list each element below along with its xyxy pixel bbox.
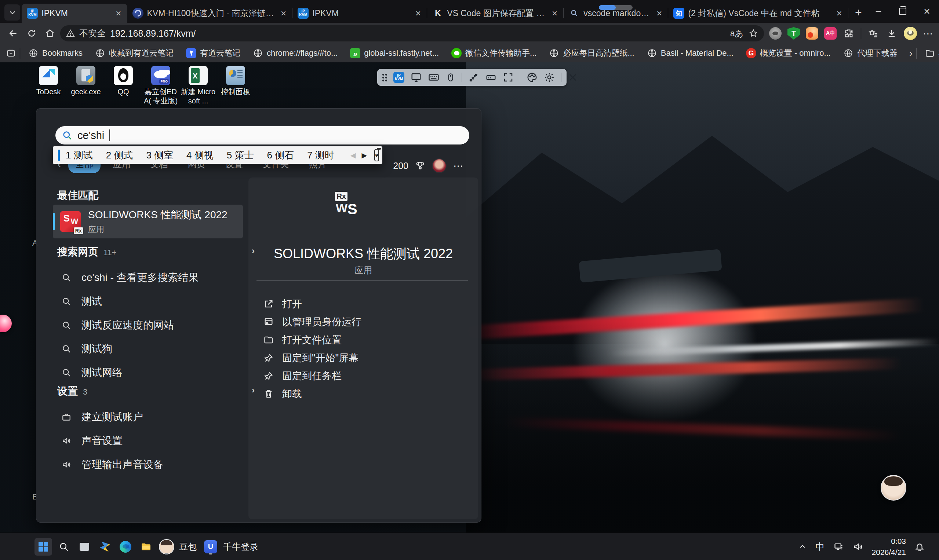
ime-candidate[interactable]: 5 策士: [227, 149, 254, 162]
doubao-app-button[interactable]: [158, 538, 176, 555]
bookmark-item[interactable]: » global-ssl.fastly.net...: [345, 46, 443, 60]
notification-bell-icon[interactable]: [915, 542, 924, 552]
translate-extension-icon[interactable]: A中: [824, 27, 837, 40]
rewards-trophy-icon[interactable]: [415, 161, 425, 171]
browser-menu-button[interactable]: ⋯: [923, 28, 934, 40]
desktop-icon-control-panel[interactable]: 控制面板: [218, 66, 253, 106]
action-uninstall[interactable]: 卸载: [263, 386, 469, 402]
reading-list-icon[interactable]: [6, 48, 16, 58]
tab-close-icon[interactable]: ×: [835, 8, 843, 19]
tab-close-icon[interactable]: ×: [279, 8, 288, 19]
gear-icon[interactable]: [544, 72, 555, 83]
extensions-puzzle-icon[interactable]: [842, 27, 855, 40]
desktop-icon-todesk[interactable]: ToDesk: [31, 66, 66, 106]
action-pin-to-taskbar[interactable]: 固定到任务栏: [263, 368, 469, 384]
tab-ipkvm-1[interactable]: IPKVM IPKVM ×: [22, 4, 127, 23]
ime-candidate[interactable]: 7 测时: [307, 149, 334, 162]
usb-icon[interactable]: [468, 72, 479, 83]
drag-handle-icon[interactable]: [382, 74, 387, 82]
tab-search-dropdown[interactable]: [5, 5, 20, 20]
tab-zhihu[interactable]: 知 (2 封私信) VsCode 中在 md 文件粘 ×: [668, 4, 848, 23]
tab-close-icon[interactable]: ×: [114, 8, 123, 19]
tab-close-icon[interactable]: ×: [550, 8, 559, 19]
action-pin-to-start[interactable]: 固定到"开始"屏幕: [263, 350, 469, 366]
qianniu-app-button[interactable]: U: [202, 538, 219, 555]
search-options-button[interactable]: ⋯: [453, 160, 464, 172]
edge-browser-button[interactable]: [117, 538, 134, 555]
best-match-result[interactable]: SWRx SOLIDWORKS 性能测试 2022 应用: [53, 205, 243, 238]
web-suggestion[interactable]: 测试: [53, 291, 244, 312]
ime-prev-page-icon[interactable]: ◀: [350, 151, 356, 160]
home-button[interactable]: [42, 25, 58, 42]
address-bar[interactable]: 不安全 192.168.89.167/kvm/ aあ: [60, 25, 764, 42]
ipkvm-logo[interactable]: IPKVM: [393, 72, 404, 83]
web-suggestion[interactable]: 测试网络: [53, 362, 244, 383]
bookmark-item[interactable]: 代理下载器: [839, 46, 902, 60]
tab-kvm-hi100[interactable]: KVM-HI100快速入门 - 南京泽链科... ×: [127, 4, 293, 23]
floating-pink-widget[interactable]: [0, 315, 12, 332]
volume-icon[interactable]: [853, 542, 863, 552]
tab-kimi[interactable]: K VS Code 图片保存配置 - Kimi ×: [427, 4, 563, 23]
orange-extension-icon[interactable]: [806, 27, 818, 40]
bookmark-item[interactable]: G 概览设置 - omniro...: [742, 46, 835, 60]
mouse-icon[interactable]: [446, 72, 455, 83]
action-open-file-location[interactable]: 打开文件位置: [263, 332, 469, 348]
close-toolbar-icon[interactable]: [567, 72, 578, 83]
clock[interactable]: 0:03 2026/4/21: [872, 536, 906, 557]
close-window-button[interactable]: ×: [915, 0, 939, 23]
monitor-icon[interactable]: [411, 72, 422, 83]
floating-assistant-avatar[interactable]: [880, 475, 907, 501]
action-run-as-admin[interactable]: 以管理员身份运行: [263, 314, 469, 330]
settings-result[interactable]: 声音设置: [53, 430, 244, 451]
web-suggestion[interactable]: 测试狗: [53, 338, 244, 359]
ime-candidate[interactable]: 3 侧室: [146, 149, 173, 162]
desktop-icon-geek[interactable]: geek.exe: [68, 66, 103, 106]
new-tab-button[interactable]: +: [851, 5, 867, 20]
action-open[interactable]: 打开: [263, 296, 469, 312]
favorite-star-icon[interactable]: [749, 29, 758, 38]
ime-mode-indicator[interactable]: 中: [816, 540, 825, 553]
tray-expand-chevron-icon[interactable]: [798, 542, 807, 551]
taskbar-app-button[interactable]: [96, 538, 114, 555]
web-suggestion[interactable]: 测试反应速度的网站: [53, 315, 244, 336]
tab-close-icon[interactable]: ×: [414, 8, 422, 19]
restore-button[interactable]: [891, 0, 915, 23]
bookmark-item[interactable]: 有道云笔记: [182, 46, 245, 60]
qianniu-label[interactable]: 千牛登录: [223, 541, 258, 553]
tampermonkey-extension-icon[interactable]: [769, 27, 782, 40]
bookmark-item[interactable]: chrome://flags/#to...: [248, 46, 342, 60]
bookmarks-overflow-chevron[interactable]: ›: [909, 48, 913, 59]
taskbar-search-button[interactable]: [55, 538, 72, 555]
refresh-button[interactable]: [23, 25, 40, 42]
tab-vscode-search[interactable]: vscode markdown.copyFiles.destin ×: [564, 4, 668, 23]
settings-result[interactable]: 管理输出声音设备: [53, 454, 244, 475]
account-avatar[interactable]: [432, 158, 447, 173]
shield-extension-icon[interactable]: T: [788, 27, 800, 40]
ime-candidate[interactable]: 2 侧式: [106, 149, 133, 162]
ime-candidate[interactable]: 4 侧视: [187, 149, 214, 162]
minimize-button[interactable]: [867, 0, 891, 23]
translate-page-button[interactable]: aあ: [730, 28, 743, 39]
expand-settings-chevron-icon[interactable]: ›: [252, 385, 254, 395]
task-view-button[interactable]: [76, 538, 93, 555]
doubao-label[interactable]: 豆包: [179, 541, 197, 553]
start-button[interactable]: [34, 538, 52, 555]
network-icon[interactable]: [834, 542, 844, 552]
collections-icon[interactable]: [867, 27, 880, 40]
ime-candidate[interactable]: 1 测试: [66, 149, 93, 162]
ime-clipboard-icon[interactable]: ♥: [374, 149, 379, 162]
bookmark-item[interactable]: 微信文件传输助手...: [447, 46, 541, 60]
bookmark-item[interactable]: Basil - Material De...: [643, 46, 738, 60]
file-explorer-button[interactable]: [137, 538, 155, 555]
tab-close-icon[interactable]: ×: [655, 8, 663, 19]
web-suggestion[interactable]: ce'shi - 查看更多搜索结果: [53, 267, 244, 288]
desktop-icon-jlceda[interactable]: 嘉立创EDA( 专业版): [143, 66, 178, 106]
tab-ipkvm-2[interactable]: IPKVM IPKVM ×: [293, 4, 427, 23]
back-button[interactable]: [5, 25, 21, 42]
ime-candidate[interactable]: 6 侧石: [267, 149, 294, 162]
kvm-remote-screen[interactable]: ToDesk geek.exe QQ 嘉立创EDA( 专业版) 新建 Micro…: [0, 62, 939, 560]
downloads-icon[interactable]: [885, 27, 898, 40]
browser-profile-avatar[interactable]: [904, 27, 917, 40]
bookmark-item[interactable]: Bookmarks: [24, 46, 87, 60]
other-favorites-folder[interactable]: 其他收藏夹: [920, 46, 939, 60]
